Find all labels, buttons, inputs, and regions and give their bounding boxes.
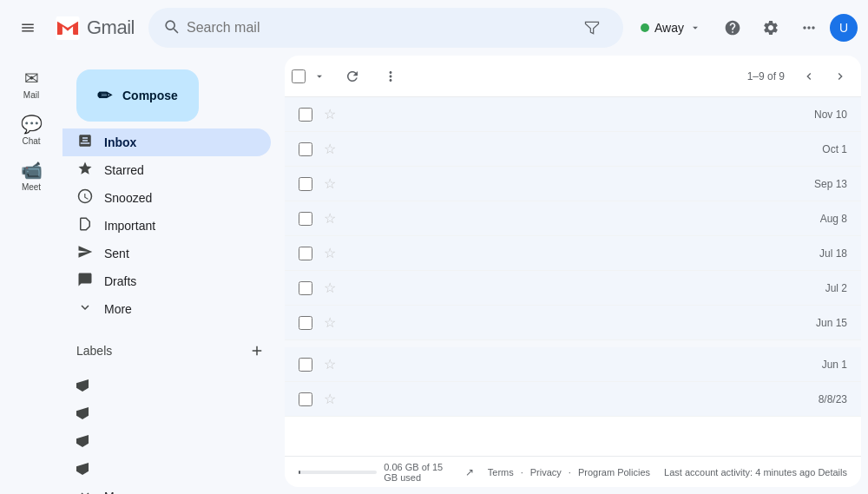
label-dot-4 [76,463,89,475]
next-page-button[interactable] [826,63,854,90]
avatar[interactable]: U [830,14,858,42]
star-button[interactable]: ☆ [319,389,340,410]
star-button[interactable]: ☆ [319,354,340,375]
table-row[interactable]: ☆ Nov 10 [285,97,861,132]
label-item-3[interactable] [62,427,271,455]
email-date: Jun 15 [795,317,847,329]
policies-link[interactable]: Program Policies [578,467,650,478]
star-button[interactable]: ☆ [319,208,340,229]
table-row[interactable]: ☆ Jul 2 [285,271,861,306]
search-input[interactable] [187,20,564,36]
labels-more-chevron-icon [76,487,94,495]
table-row[interactable]: ☆ Aug 8 [285,201,861,236]
nav-item-sent[interactable]: Sent [62,240,271,267]
footer-links: Terms · Privacy · Program Policies [488,467,650,478]
star-button[interactable]: ☆ [319,174,340,194]
external-link-icon[interactable]: ↗ [465,466,474,478]
status-dot [641,23,649,32]
more-options-button[interactable] [373,59,408,94]
email-toolbar: 1–9 of 9 [285,56,861,97]
table-row[interactable]: ☆ Sep 13 [285,167,861,201]
email-date: Jun 1 [795,359,847,371]
gmail-text: Gmail [87,16,135,39]
storage-bar-container [299,471,377,474]
meet-label: Meet [22,182,41,192]
row-checkbox[interactable] [299,142,312,156]
apps-button[interactable] [792,10,826,45]
table-row[interactable]: ☆ 8/8/23 [285,382,861,417]
star-button[interactable]: ☆ [319,104,340,125]
toolbar-right: 1–9 of 9 [747,63,854,90]
nav-item-snoozed[interactable]: Snoozed [62,184,271,212]
label-item-4[interactable] [62,455,271,483]
nav-item-drafts[interactable]: Drafts [62,267,271,295]
select-all-checkbox[interactable] [292,69,306,83]
email-area: 1–9 of 9 ☆ Nov 10 [285,56,861,487]
email-date: Jul 18 [795,247,847,260]
labels-add-button[interactable] [243,337,271,365]
row-checkbox[interactable] [299,212,312,226]
privacy-link[interactable]: Privacy [530,467,562,478]
important-label: Important [104,219,155,233]
settings-button[interactable] [753,10,788,45]
help-button[interactable] [715,10,750,45]
status-button[interactable]: Away [630,14,712,42]
menu-button[interactable] [10,10,45,45]
label-dot-2 [76,407,89,419]
inbox-label: Inbox [104,135,136,149]
star-button[interactable]: ☆ [319,278,340,299]
footer: 0.06 GB of 15 GB used ↗ Terms · Privacy … [285,456,861,487]
row-checkbox[interactable] [299,392,312,406]
more-chevron-icon [76,300,94,319]
select-chevron-button[interactable] [307,64,332,89]
mail-icon: ✉ [24,68,39,89]
email-date: Nov 10 [795,109,847,121]
label-item-1[interactable] [62,372,271,399]
compose-icon: ✏ [97,85,112,106]
drafts-icon [76,272,94,292]
sent-icon [76,244,94,264]
search-tune-button[interactable] [575,10,609,45]
table-row[interactable]: ☆ Jun 1 [285,347,861,382]
search-icon-button[interactable] [162,17,180,39]
sidebar-item-mail[interactable]: ✉ Mail [5,63,57,105]
refresh-button[interactable] [335,59,370,94]
email-date: Jul 2 [795,282,847,294]
star-button[interactable]: ☆ [319,139,340,160]
details-link[interactable]: Details [818,467,847,478]
storage-text: 0.06 GB of 15 GB used [384,462,458,483]
row-checkbox[interactable] [299,358,312,372]
chat-icon: 💬 [21,114,43,135]
nav-item-more[interactable]: More [62,295,271,323]
mail-label: Mail [23,90,39,100]
prev-page-button[interactable] [795,63,823,90]
label-item-2[interactable] [62,399,271,427]
pagination-info: 1–9 of 9 [747,70,785,82]
sidebar-item-meet[interactable]: 📹 Meet [5,155,57,197]
labels-more-label: More [104,490,132,494]
sidebar-item-chat[interactable]: 💬 Chat [5,109,57,151]
row-checkbox[interactable] [299,247,312,260]
labels-more-item[interactable]: More [62,483,271,494]
nav-item-starred[interactable]: Starred [62,156,271,184]
main-area: ✉ Mail 💬 Chat 📹 Meet ✏ Compose Inbox [0,56,868,494]
table-row[interactable]: ☆ Jul 18 [285,236,861,271]
row-checkbox[interactable] [299,177,312,191]
status-label: Away [654,21,684,35]
email-date: 8/8/23 [795,393,847,405]
row-checkbox[interactable] [299,108,312,122]
row-checkbox[interactable] [299,316,312,330]
star-button[interactable]: ☆ [319,243,340,264]
nav-item-important[interactable]: Important [62,212,271,240]
label-dot-1 [76,379,89,392]
table-row[interactable]: ☆ Jun 15 [285,306,861,340]
star-button[interactable]: ☆ [319,313,340,333]
compose-button[interactable]: ✏ Compose [76,69,199,122]
row-checkbox[interactable] [299,281,312,295]
nav-item-inbox[interactable]: Inbox [62,128,271,156]
email-date: Oct 1 [795,143,847,155]
select-all-wrapper [292,64,332,89]
terms-link[interactable]: Terms [488,467,514,478]
sent-label: Sent [104,247,129,260]
table-row[interactable]: ☆ Oct 1 [285,132,861,167]
